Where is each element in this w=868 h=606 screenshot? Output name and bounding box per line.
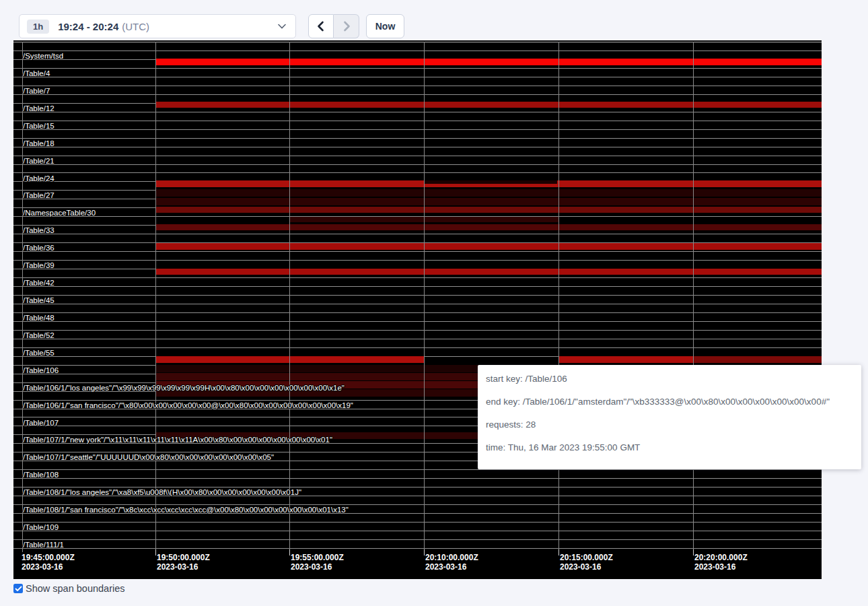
span-boundary-line xyxy=(13,321,822,322)
row-label: /Table/109 xyxy=(23,523,59,532)
axis-tick xyxy=(424,549,425,556)
tooltip-requests: requests: 28 xyxy=(486,419,853,433)
span-boundary-line xyxy=(13,121,822,121)
span-boundary-line xyxy=(13,42,822,42)
heat-band xyxy=(558,356,693,363)
row-label: /Table/39 xyxy=(23,261,55,270)
row-label: /Table/18 xyxy=(23,139,55,148)
row-label: /Table/27 xyxy=(23,191,55,200)
heat-band xyxy=(155,59,822,65)
x-axis-label: 19:45:00.000Z 2023-03-16 xyxy=(22,553,75,572)
x-axis-label: 20:10:00.000Z 2023-03-16 xyxy=(425,553,478,572)
time-range-selector[interactable]: 1h 19:24 - 20:24 (UTC) xyxy=(19,14,296,38)
row-label: /Table/24 xyxy=(23,174,55,183)
row-label: /Table/12 xyxy=(23,104,55,113)
span-boundary-line xyxy=(13,531,822,531)
span-boundary-line xyxy=(13,469,822,470)
x-axis-label: 19:50:00.000Z 2023-03-16 xyxy=(157,553,210,572)
span-boundary-line xyxy=(13,286,822,287)
axis-tick xyxy=(289,549,290,556)
now-button[interactable]: Now xyxy=(366,14,404,38)
chevron-down-icon xyxy=(278,24,286,29)
time-nav-group xyxy=(308,14,359,38)
span-boundary-line xyxy=(13,548,822,549)
heat-band xyxy=(155,243,822,250)
check-icon xyxy=(15,586,22,592)
row-label: /Table/108/1/"los angeles"/"\xa8\xf5\u00… xyxy=(23,488,301,497)
axis-tick xyxy=(558,549,559,556)
row-label: /NamespaceTable/30 xyxy=(23,209,96,217)
row-label: /Table/106 xyxy=(23,366,59,375)
row-label: /Table/107 xyxy=(23,419,59,428)
time-range-text: 19:24 - 20:24 xyxy=(58,21,118,32)
row-label: /Table/107/1/"seattle"/"UUUUUUD\x00\x80\… xyxy=(23,453,274,462)
heat-band xyxy=(155,189,822,197)
next-window-button[interactable] xyxy=(334,14,359,38)
tooltip-time: time: Thu, 16 Mar 2023 19:55:00 GMT xyxy=(486,442,853,456)
row-label: /Table/4 xyxy=(23,69,50,78)
row-label: /Table/108/1/"san francisco"/"\x8c\xcc\x… xyxy=(23,506,349,514)
span-boundary-line xyxy=(13,77,822,77)
row-label: /Table/55 xyxy=(23,349,55,358)
axis-tick xyxy=(693,549,694,556)
heat-band xyxy=(424,180,557,184)
time-bucket-boundary xyxy=(289,42,290,552)
span-boundary-line xyxy=(13,539,822,540)
span-boundary-line xyxy=(13,86,822,86)
span-boundary-line xyxy=(13,172,822,173)
row-label: /Table/42 xyxy=(23,279,55,288)
heat-band xyxy=(155,269,822,275)
x-axis-label: 19:55:00.000Z 2023-03-16 xyxy=(291,553,344,572)
span-boundary-line xyxy=(13,522,822,523)
span-boundary-line xyxy=(13,251,822,252)
span-boundary-line xyxy=(13,487,822,487)
span-boundary-line xyxy=(13,164,822,165)
row-label: /Table/36 xyxy=(23,244,55,252)
show-span-boundaries-checkbox[interactable] xyxy=(13,584,23,593)
span-boundary-line xyxy=(13,50,822,51)
row-label: /System/tsd xyxy=(23,52,63,61)
row-label: /Table/15 xyxy=(23,122,55,131)
time-bucket-boundary xyxy=(558,42,559,552)
span-boundary-line xyxy=(13,478,822,479)
span-boundary-line xyxy=(13,112,822,112)
span-boundary-line xyxy=(13,156,822,156)
row-label: /Table/52 xyxy=(23,331,55,340)
x-axis-label: 20:20:00.000Z 2023-03-16 xyxy=(694,553,748,572)
heat-band xyxy=(155,224,289,230)
row-label: /Table/111/1 xyxy=(23,541,64,549)
span-boundary-line xyxy=(13,129,822,130)
time-bucket-boundary xyxy=(693,42,694,552)
show-span-boundaries-label: Show span boundaries xyxy=(26,583,125,594)
span-boundary-line xyxy=(13,234,822,234)
heat-band xyxy=(155,198,822,205)
span-boundary-line xyxy=(13,304,822,304)
span-boundary-line xyxy=(13,138,822,139)
tooltip-start-key: start key: /Table/106 xyxy=(486,374,853,387)
row-label: /Table/106/1/"los angeles"/"\x99\x99\x99… xyxy=(23,384,345,393)
key-visualizer-canvas[interactable]: /System/tsd/Table/4/Table/7/Table/12/Tab… xyxy=(13,40,822,579)
span-boundary-line xyxy=(13,504,822,505)
row-label: /Table/107/1/"new york"/"\x11\x11\x11\x1… xyxy=(23,436,332,444)
span-boundary-line xyxy=(13,295,822,296)
span-boundary-line xyxy=(13,347,822,348)
heat-band xyxy=(155,102,822,108)
row-label: /Table/45 xyxy=(23,296,55,305)
tooltip-end-key: end key: /Table/106/1/"amsterdam"/"\xb33… xyxy=(486,397,853,410)
span-boundary-line xyxy=(13,94,822,95)
heat-band xyxy=(693,356,822,363)
span-boundary-line xyxy=(13,330,822,331)
heat-band xyxy=(155,207,822,213)
span-boundary-line xyxy=(13,339,822,339)
span-tooltip: start key: /Table/106 end key: /Table/10… xyxy=(478,365,861,469)
span-boundary-line xyxy=(13,147,822,147)
prev-window-button[interactable] xyxy=(308,14,334,38)
span-boundary-line xyxy=(13,260,822,261)
duration-badge: 1h xyxy=(27,20,49,34)
time-bucket-boundary xyxy=(424,42,425,552)
axis-tick xyxy=(155,549,156,556)
span-boundary-line xyxy=(13,312,822,313)
row-label: /Table/106/1/"san francisco"/"\x80\x00\x… xyxy=(23,401,353,410)
toolbar: 1h 19:24 - 20:24 (UTC) Now xyxy=(0,0,868,40)
row-label: /Table/48 xyxy=(23,314,55,323)
